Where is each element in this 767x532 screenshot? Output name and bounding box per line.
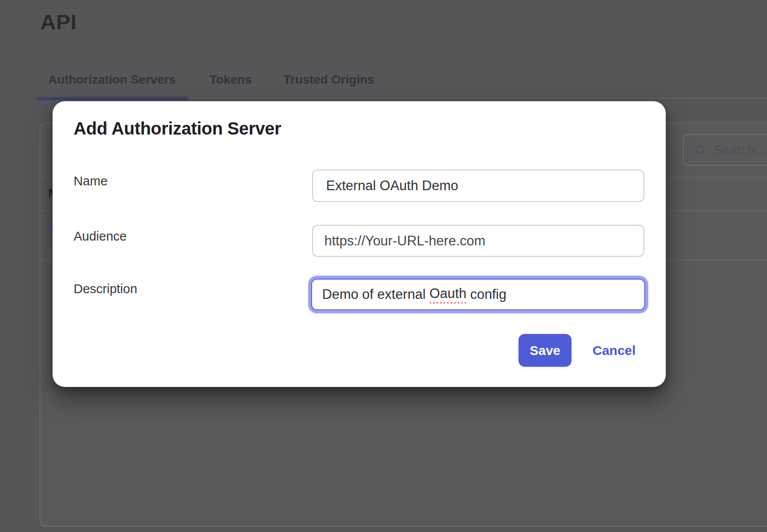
description-text: Demo of external — [322, 287, 430, 302]
description-input[interactable]: Demo of external Oauth config — [311, 279, 645, 310]
description-label: Description — [74, 282, 137, 296]
search-placeholder: Search... — [714, 142, 766, 157]
page-title: API — [40, 10, 77, 34]
tab-authorization-servers[interactable]: Authorization Servers — [48, 73, 176, 87]
dialog-title: Add Authorization Server — [74, 119, 281, 138]
add-authorization-server-dialog: Add Authorization Server Name External O… — [53, 101, 666, 387]
active-tab-underline — [37, 97, 188, 100]
cancel-button[interactable]: Cancel — [593, 334, 636, 367]
tab-trusted-origins[interactable]: Trusted Origins — [284, 73, 374, 87]
name-input[interactable]: External OAuth Demo — [312, 170, 644, 202]
tab-tokens[interactable]: Tokens — [210, 73, 252, 87]
audience-label: Audience — [74, 229, 127, 244]
search-input[interactable]: Search... — [683, 134, 767, 166]
audience-input[interactable]: https://Your-URL-here.com — [312, 225, 644, 257]
description-misspelled-word: Oauth — [430, 286, 466, 304]
screen: API Authorization Servers Tokens Trusted… — [0, 0, 767, 532]
search-icon — [693, 143, 707, 157]
name-label: Name — [74, 174, 107, 188]
save-button[interactable]: Save — [518, 334, 572, 367]
description-text-suffix: config — [466, 287, 506, 302]
description-focus-ring: Demo of external Oauth config — [308, 276, 648, 313]
